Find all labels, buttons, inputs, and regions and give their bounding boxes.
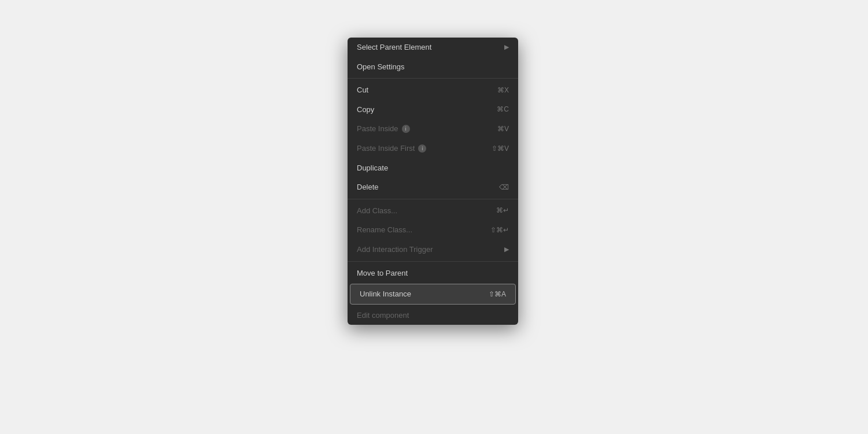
add-interaction-trigger-label: Add Interaction Trigger: [357, 245, 433, 254]
rename-class-shortcut: ⇧⌘↵: [490, 226, 509, 234]
divider-2: [348, 199, 518, 199]
menu-item-duplicate[interactable]: Duplicate: [348, 158, 518, 178]
paste-inside-info-icon: i: [402, 125, 410, 133]
context-menu: Select Parent Element ▶ Open Settings Cu…: [348, 38, 518, 325]
menu-item-copy[interactable]: Copy ⌘C: [348, 100, 518, 120]
menu-item-move-to-parent[interactable]: Move to Parent: [348, 264, 518, 283]
paste-inside-shortcut: ⌘V: [497, 125, 509, 133]
menu-item-cut[interactable]: Cut ⌘X: [348, 80, 518, 100]
menu-item-rename-class[interactable]: Rename Class... ⇧⌘↵: [348, 220, 518, 240]
copy-shortcut: ⌘C: [497, 105, 509, 113]
cut-label: Cut: [357, 86, 368, 95]
delete-label: Delete: [357, 183, 379, 192]
menu-item-delete[interactable]: Delete ⌫: [348, 177, 518, 197]
paste-inside-label: Paste Inside: [357, 124, 398, 133]
edit-component-label: Edit component: [357, 311, 409, 320]
select-parent-element-label: Select Parent Element: [357, 43, 431, 52]
rename-class-label: Rename Class...: [357, 225, 412, 235]
divider-1: [348, 78, 518, 79]
menu-item-select-parent-element[interactable]: Select Parent Element ▶: [348, 38, 518, 57]
paste-inside-first-info-icon: i: [418, 144, 426, 153]
unlink-instance-shortcut: ⇧⌘A: [489, 290, 506, 298]
duplicate-label: Duplicate: [357, 164, 388, 173]
menu-item-paste-inside-first[interactable]: Paste Inside First i ⇧⌘V: [348, 139, 518, 158]
menu-item-open-settings[interactable]: Open Settings: [348, 57, 518, 77]
divider-3: [348, 261, 518, 262]
paste-inside-first-shortcut: ⇧⌘V: [492, 144, 509, 153]
move-to-parent-label: Move to Parent: [357, 269, 408, 278]
select-parent-element-arrow: ▶: [504, 43, 509, 51]
add-class-label: Add Class...: [357, 206, 397, 216]
menu-item-add-interaction-trigger[interactable]: Add Interaction Trigger ▶: [348, 240, 518, 259]
menu-item-edit-component[interactable]: Edit component: [348, 306, 518, 325]
add-interaction-trigger-arrow: ▶: [504, 246, 509, 253]
menu-item-paste-inside[interactable]: Paste Inside i ⌘V: [348, 119, 518, 139]
add-class-shortcut: ⌘↵: [496, 206, 509, 214]
unlink-instance-label: Unlink Instance: [360, 290, 411, 299]
cut-shortcut: ⌘X: [497, 86, 509, 94]
menu-item-add-class[interactable]: Add Class... ⌘↵: [348, 201, 518, 221]
delete-shortcut: ⌫: [499, 183, 509, 191]
open-settings-label: Open Settings: [357, 62, 404, 72]
copy-label: Copy: [357, 105, 374, 114]
paste-inside-first-label: Paste Inside First: [357, 144, 415, 153]
menu-item-unlink-instance[interactable]: Unlink Instance ⇧⌘A: [350, 284, 516, 305]
